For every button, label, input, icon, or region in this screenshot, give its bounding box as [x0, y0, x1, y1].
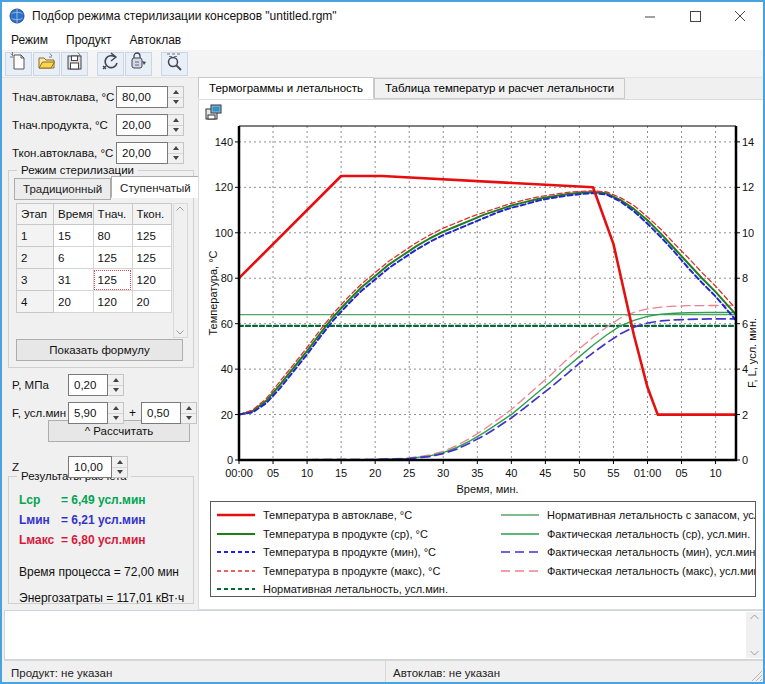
- scroll-down-icon: [750, 650, 759, 656]
- cell-r2-c1[interactable]: 31: [54, 269, 94, 291]
- save-floppy-icon: [65, 52, 84, 75]
- svg-text:20: 20: [221, 409, 233, 421]
- temp-field-0-spin-up[interactable]: [168, 87, 183, 97]
- new-file-icon: [9, 52, 28, 75]
- svg-text:15: 15: [335, 467, 347, 479]
- cell-r1-c0[interactable]: 2: [17, 247, 54, 269]
- cell-r1-c1[interactable]: 6: [54, 247, 94, 269]
- svg-text:0: 0: [227, 454, 233, 466]
- show-formula-button[interactable]: Показать формулу: [16, 339, 183, 361]
- f-field-spin-down[interactable]: [108, 413, 123, 424]
- lethality-value: = 6,49 усл.мин: [61, 493, 146, 507]
- table-row: 42012020: [17, 291, 172, 313]
- cell-r3-c3[interactable]: 20: [132, 291, 171, 313]
- minimize-button[interactable]: [628, 2, 673, 30]
- legend-item: Нормативная летальность, усл.мин.: [217, 580, 448, 597]
- minimize-icon: [645, 11, 656, 22]
- temp-field-2-input[interactable]: 20,00: [116, 142, 168, 164]
- f-field-input[interactable]: 5,90: [68, 402, 108, 424]
- lethality-result-2: Lмакс= 6,80 усл.мин: [19, 533, 146, 547]
- cell-r1-c2[interactable]: 125: [93, 247, 132, 269]
- tab-thermograms[interactable]: Термограммы и летальность: [198, 77, 374, 99]
- spin-up-icon: [173, 90, 179, 94]
- z-field-spin-up[interactable]: [112, 457, 127, 467]
- legend-line-sample: [217, 548, 255, 556]
- spin-up-icon: [113, 378, 119, 382]
- menu-item-режим[interactable]: Режим: [2, 31, 57, 50]
- f-field-spin-up[interactable]: [108, 403, 123, 413]
- legend-label: Нормативная летальность, усл.мин.: [263, 583, 448, 595]
- tab-temperature-table[interactable]: Таблица температур и расчет летальности: [374, 78, 625, 99]
- pressure-field-input[interactable]: 0,20: [68, 374, 108, 396]
- lethality-result-0: Lср= 6,49 усл.мин: [19, 493, 146, 507]
- menu-item-автоклав[interactable]: Автоклав: [121, 31, 191, 50]
- parameters-panel: Режим стерилизации ТрадиционныйСтупенчат…: [4, 78, 198, 610]
- open-regime-button[interactable]: [33, 52, 60, 76]
- temp-field-0-spin-down[interactable]: [168, 97, 183, 108]
- f-field-spin-buttons: [108, 402, 124, 424]
- svg-text:80: 80: [221, 272, 233, 284]
- table-scrollbar[interactable]: [173, 203, 188, 338]
- main-area: Термограммы и летальностьТаблица темпера…: [198, 78, 765, 610]
- f-reserve-spin-down[interactable]: [181, 413, 196, 424]
- cell-r3-c0[interactable]: 4: [17, 291, 54, 313]
- close-button[interactable]: [718, 2, 763, 30]
- run-calculation-button[interactable]: [97, 52, 124, 76]
- stage-table-grid: ЭтапВремяТнач.Ткон.115801252612512533112…: [16, 203, 172, 313]
- spin-down-icon: [173, 100, 179, 104]
- svg-text:F, L, усл. мин.: F, L, усл. мин.: [746, 318, 758, 388]
- svg-text:40: 40: [221, 363, 233, 375]
- pressure-field-spin-down[interactable]: [108, 385, 123, 396]
- cell-r3-c1[interactable]: 20: [54, 291, 94, 313]
- z-field-spin-down[interactable]: [112, 467, 127, 478]
- save-regime-button[interactable]: [61, 52, 88, 76]
- f-reserve-spin-buttons: [181, 402, 197, 424]
- cell-r0-c2[interactable]: 80: [93, 225, 132, 247]
- temp-field-1-spin-up[interactable]: [168, 115, 183, 125]
- temp-field-0-spin-buttons: [168, 86, 184, 108]
- pressure-field-spin-up[interactable]: [108, 375, 123, 385]
- svg-text:00:00: 00:00: [225, 467, 253, 479]
- resize-grip-icon[interactable]: [751, 670, 763, 682]
- search-mode-button[interactable]: [161, 52, 188, 76]
- f-field-spin: 5,90: [68, 402, 124, 424]
- temp-field-0-row: Тнач.автоклава, °C80,00: [12, 86, 184, 108]
- temp-field-1-input[interactable]: 20,00: [116, 114, 168, 136]
- log-textbox[interactable]: [4, 610, 765, 660]
- temp-field-0-input[interactable]: 80,00: [116, 86, 168, 108]
- cell-r2-c0[interactable]: 3: [17, 269, 54, 291]
- cell-r0-c0[interactable]: 1: [17, 225, 54, 247]
- z-field-input[interactable]: 10,00: [68, 456, 112, 478]
- scroll-up-icon: [750, 614, 759, 620]
- temp-field-2-spin-up[interactable]: [168, 143, 183, 153]
- f-reserve-spin-up[interactable]: [181, 403, 196, 413]
- new-regime-button[interactable]: [5, 52, 32, 76]
- cell-r2-c3[interactable]: 120: [132, 269, 171, 291]
- cell-r2-c2[interactable]: 125: [93, 269, 132, 291]
- cell-r3-c2[interactable]: 120: [93, 291, 132, 313]
- log-scrollbar[interactable]: [746, 612, 763, 658]
- cell-r1-c3[interactable]: 125: [132, 247, 171, 269]
- autoclave-settings-button[interactable]: [125, 52, 152, 76]
- cell-r0-c3[interactable]: 125: [132, 225, 171, 247]
- regime-tabs: ТрадиционныйСтупенчатый: [14, 178, 200, 200]
- legend-item: Температура в продукте (мин), °С: [217, 543, 448, 562]
- menu-item-продукт[interactable]: Продукт: [57, 31, 121, 50]
- z-field-spin-buttons: [112, 456, 128, 478]
- menu-bar: РежимПродуктАвтоклав: [2, 30, 763, 50]
- temp-field-1-spin-down[interactable]: [168, 125, 183, 136]
- temp-field-2-spin: 20,00: [116, 142, 184, 164]
- tab-stepped[interactable]: Ступенчатый: [111, 176, 200, 198]
- temp-field-2-spin-down[interactable]: [168, 153, 183, 164]
- maximize-button[interactable]: [673, 2, 718, 30]
- stage-table: ЭтапВремяТнач.Ткон.115801252612512533112…: [16, 203, 172, 313]
- f-reserve-input[interactable]: 0,50: [141, 402, 181, 424]
- legend-label: Температура в продукте (ср), °С: [263, 528, 428, 540]
- z-field-spin: 10,00: [68, 456, 128, 478]
- column-header-0: Этап: [17, 204, 54, 225]
- cell-r0-c1[interactable]: 15: [54, 225, 94, 247]
- lethality-value: = 6,80 усл.мин: [61, 533, 146, 547]
- tab-traditional[interactable]: Традиционный: [14, 178, 111, 200]
- spin-up-icon: [113, 406, 119, 410]
- pressure-field-label: P, МПа: [12, 379, 68, 391]
